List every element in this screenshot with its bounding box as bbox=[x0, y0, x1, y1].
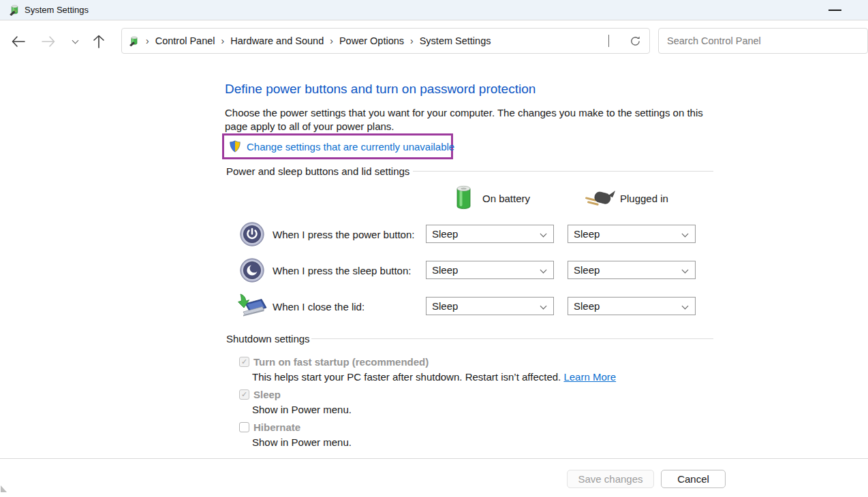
breadcrumb-item-hardware-and-sound[interactable]: Hardware and Sound bbox=[230, 35, 324, 46]
sleep-checkbox[interactable]: ✓ bbox=[239, 389, 249, 400]
selected-value: Sleep bbox=[574, 300, 677, 312]
address-dropdown-button[interactable] bbox=[606, 32, 612, 50]
plugged-in-column-label: Plugged in bbox=[620, 193, 668, 204]
breadcrumb-separator: › bbox=[146, 35, 149, 46]
chevron-down-icon bbox=[540, 231, 547, 238]
plug-icon bbox=[583, 189, 616, 210]
address-bar[interactable]: › Control Panel › Hardware and Sound › P… bbox=[121, 28, 650, 54]
breadcrumb-item-system-settings[interactable]: System Settings bbox=[420, 35, 491, 46]
selected-value: Sleep bbox=[432, 228, 536, 240]
hibernate-checkbox[interactable] bbox=[239, 422, 249, 432]
close-lid-on-battery-select[interactable]: Sleep bbox=[426, 297, 554, 315]
battery-plug-icon bbox=[129, 35, 140, 46]
power-button-on-battery-select[interactable]: Sleep bbox=[426, 225, 554, 243]
shutdown-section-heading: Shutdown settings bbox=[226, 333, 310, 344]
sleep-button-row-label: When I press the sleep button: bbox=[273, 265, 411, 276]
hibernate-description: Show in Power menu. bbox=[252, 436, 352, 448]
page-title: Define power buttons and turn on passwor… bbox=[225, 82, 536, 97]
battery-icon bbox=[455, 185, 472, 212]
sleep-description: Show in Power menu. bbox=[252, 404, 352, 415]
section-divider bbox=[413, 171, 713, 172]
recent-locations-button[interactable] bbox=[63, 30, 87, 53]
chevron-down-icon bbox=[682, 267, 689, 274]
sleep-button-on-battery-select[interactable]: Sleep bbox=[426, 261, 554, 279]
cancel-button[interactable]: Cancel bbox=[661, 470, 726, 488]
chevron-down-icon bbox=[72, 37, 78, 44]
check-icon: ✓ bbox=[241, 390, 247, 399]
chevron-down-icon bbox=[682, 303, 689, 310]
up-arrow-icon bbox=[93, 34, 105, 49]
back-button[interactable] bbox=[7, 30, 30, 53]
chevron-down-icon bbox=[608, 35, 609, 47]
page-intro: Choose the power settings that you want … bbox=[225, 106, 703, 133]
navigation-bar: › Control Panel › Hardware and Sound › P… bbox=[0, 21, 868, 60]
fast-startup-description-text: This helps start your PC faster after sh… bbox=[252, 371, 563, 383]
minimize-button[interactable] bbox=[824, 3, 846, 18]
title-bar: System Settings bbox=[0, 0, 868, 20]
hibernate-label: Hibernate bbox=[253, 421, 300, 433]
breadcrumb-separator: › bbox=[221, 35, 225, 46]
check-icon: ✓ bbox=[241, 357, 247, 366]
refresh-icon bbox=[630, 35, 641, 47]
back-arrow-icon bbox=[11, 35, 26, 48]
search-input[interactable] bbox=[659, 29, 867, 53]
on-battery-column-label: On battery bbox=[482, 193, 530, 204]
power-section-heading: Power and sleep buttons and lid settings bbox=[226, 165, 409, 177]
minimize-icon bbox=[828, 10, 841, 11]
lid-icon bbox=[237, 293, 267, 321]
close-lid-plugged-in-select[interactable]: Sleep bbox=[568, 297, 696, 315]
fast-startup-description: This helps start your PC faster after sh… bbox=[252, 371, 616, 383]
search-box bbox=[658, 28, 868, 54]
chevron-down-icon bbox=[540, 303, 547, 310]
breadcrumb-item-power-options[interactable]: Power Options bbox=[339, 35, 404, 46]
window-title: System Settings bbox=[25, 5, 89, 15]
breadcrumb-separator: › bbox=[410, 35, 414, 46]
fast-startup-checkbox[interactable]: ✓ bbox=[239, 357, 249, 367]
forward-button[interactable] bbox=[37, 30, 60, 53]
uac-shield-icon bbox=[229, 140, 241, 153]
learn-more-link[interactable]: Learn More bbox=[563, 371, 616, 383]
selected-value: Sleep bbox=[432, 264, 536, 276]
sleep-label: Sleep bbox=[253, 389, 281, 400]
chevron-down-icon bbox=[540, 267, 547, 274]
up-button[interactable] bbox=[87, 30, 110, 53]
save-changes-button[interactable]: Save changes bbox=[567, 470, 654, 488]
change-settings-link[interactable]: Change settings that are currently unava… bbox=[247, 141, 454, 153]
admin-link-highlight-box: Change settings that are currently unava… bbox=[222, 133, 453, 159]
selected-value: Sleep bbox=[432, 300, 536, 312]
resize-grip bbox=[1, 485, 7, 492]
battery-plug-icon bbox=[9, 4, 20, 16]
sleep-button-icon bbox=[240, 258, 264, 285]
selected-value: Sleep bbox=[574, 228, 677, 240]
refresh-button[interactable] bbox=[630, 35, 641, 47]
power-button-plugged-in-select[interactable]: Sleep bbox=[568, 225, 696, 243]
sleep-button-plugged-in-select[interactable]: Sleep bbox=[568, 261, 696, 279]
power-button-icon bbox=[240, 222, 264, 249]
close-lid-row-label: When I close the lid: bbox=[273, 301, 365, 312]
forward-arrow-icon bbox=[41, 35, 56, 48]
breadcrumb-separator: › bbox=[330, 35, 333, 46]
selected-value: Sleep bbox=[574, 264, 677, 276]
footer-divider bbox=[0, 458, 868, 459]
section-divider bbox=[311, 338, 713, 339]
power-button-row-label: When I press the power button: bbox=[273, 229, 414, 240]
chevron-down-icon bbox=[682, 231, 689, 238]
breadcrumb-item-control-panel[interactable]: Control Panel bbox=[155, 35, 215, 46]
fast-startup-label: Turn on fast startup (recommended) bbox=[253, 356, 429, 368]
